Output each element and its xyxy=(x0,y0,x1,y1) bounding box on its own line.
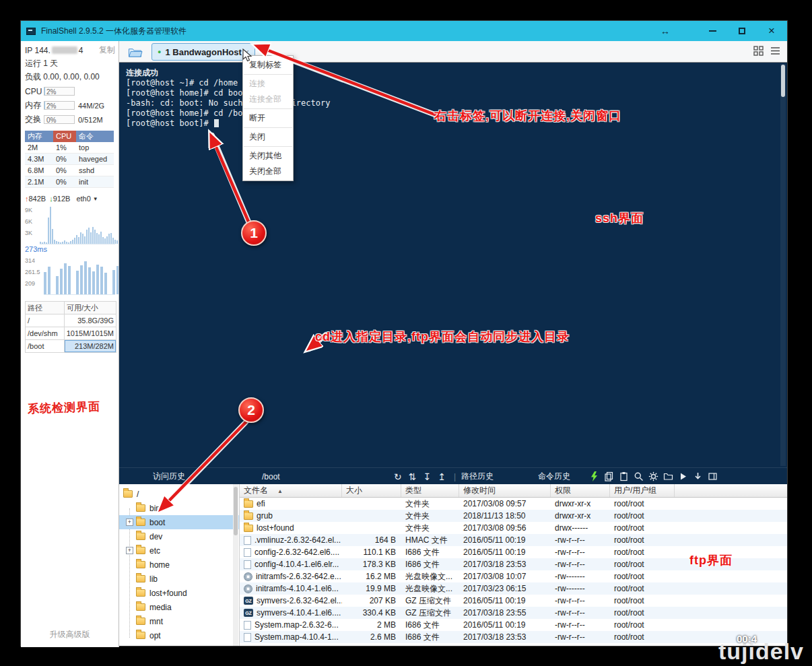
process-row[interactable]: 2.1M 0% init xyxy=(25,176,114,188)
transfer-icon[interactable]: ⇅ xyxy=(409,471,417,482)
scrollbar-thumb[interactable] xyxy=(781,65,785,97)
file-row[interactable]: config-4.10.4-1.el6.elr... 178.3 KB I686… xyxy=(240,558,787,570)
header-owner[interactable]: 用户/用户组 xyxy=(610,484,675,497)
file-size: 16.2 MB xyxy=(342,571,401,582)
file-row[interactable]: GZsymvers-2.6.32-642.el... 207 KB GZ 压缩文… xyxy=(240,595,787,607)
scrollbar-thumb[interactable] xyxy=(234,487,238,535)
file-row[interactable]: lost+found 文件夹 2017/03/08 09:56 drwx----… xyxy=(240,522,787,534)
expand-icon[interactable]: + xyxy=(126,519,133,526)
file-size: 178.3 KB xyxy=(342,559,401,570)
interface-selector[interactable]: eth0▼ xyxy=(76,195,98,203)
list-layout-icon[interactable] xyxy=(770,46,780,59)
tab-bandwagonhost[interactable]: ● 1 BandwagonHost × xyxy=(151,43,255,61)
file-perm: -rw------- xyxy=(551,583,610,595)
grid-layout-icon[interactable] xyxy=(753,46,764,59)
header-mtime[interactable]: 修改时间 xyxy=(459,484,551,497)
tree-item[interactable]: + etc xyxy=(119,543,239,558)
context-menu-item[interactable]: 关闭全部 xyxy=(243,164,293,179)
current-path-field[interactable]: /boot xyxy=(262,468,376,485)
file-row[interactable]: initramfs-4.10.4-1.el6... 19.9 MB 光盘映像文.… xyxy=(240,582,787,595)
tree-item[interactable]: / xyxy=(119,487,239,501)
connected-dot-icon: ● xyxy=(158,48,161,55)
chart-bar xyxy=(80,265,83,294)
file-row[interactable]: config-2.6.32-642.el6.... 110.1 KB I686 … xyxy=(240,546,787,558)
header-type[interactable]: 类型 xyxy=(401,484,459,497)
play-icon[interactable] xyxy=(678,471,688,481)
path-history-dropdown[interactable]: 路径历史 xyxy=(461,468,494,485)
command-history-dropdown[interactable]: 命令历史 xyxy=(538,468,570,485)
process-row[interactable]: 2M 1% top xyxy=(25,142,114,154)
disk-size: 1015M/1015M xyxy=(65,327,116,340)
access-history-dropdown[interactable]: 访问历史 xyxy=(153,468,185,485)
tree-item[interactable]: + lost+found xyxy=(119,586,239,600)
file-row[interactable]: efi 文件夹 2017/03/08 09:57 drwxr-xr-x root… xyxy=(240,498,787,510)
file-row[interactable]: System.map-4.10.4-1... 2.6 MB I686 文件 20… xyxy=(240,631,787,643)
tree-scrollbar[interactable] xyxy=(233,484,238,646)
process-header-memory[interactable]: 内存 xyxy=(25,131,53,142)
open-connection-button[interactable] xyxy=(126,44,145,59)
tree-item[interactable]: + home xyxy=(119,558,239,572)
tree-item[interactable]: + bin xyxy=(119,501,239,515)
tree-item-label: media xyxy=(149,603,172,612)
quick-command-icon[interactable] xyxy=(589,471,599,481)
file-row[interactable]: grub 文件夹 2018/11/13 18:50 drwxr-xr-x roo… xyxy=(240,510,787,522)
layout-buttons xyxy=(753,41,780,63)
ssh-terminal[interactable]: 连接成功[root@host ~]# cd /home[root@host ho… xyxy=(119,63,787,467)
tree-item[interactable]: + boot xyxy=(119,515,239,529)
context-menu-item[interactable]: 关闭 xyxy=(243,129,293,145)
minimize-button[interactable] xyxy=(702,21,722,41)
maximize-button[interactable] xyxy=(732,21,752,41)
process-row[interactable]: 6.8M 0% sshd xyxy=(25,165,114,176)
header-permission[interactable]: 权限 xyxy=(551,484,610,497)
terminal-cursor xyxy=(214,119,219,127)
file-name: config-4.10.4-1.el6.elr... xyxy=(255,559,339,570)
context-menu-item[interactable]: 连接全部 xyxy=(243,92,293,107)
file-row[interactable]: initramfs-2.6.32-642.e... 16.2 MB 光盘映像文.… xyxy=(240,570,787,582)
file-size: 207 KB xyxy=(342,595,401,607)
file-row[interactable]: System.map-2.6.32-6... 2 MB I686 文件 2016… xyxy=(240,619,787,631)
proc-cmd: top xyxy=(76,142,114,153)
tree-item[interactable]: + media xyxy=(119,600,239,614)
terminal-scrollbar[interactable] xyxy=(780,64,786,466)
panel-layout-icon[interactable] xyxy=(708,471,718,481)
tree-item[interactable]: + dev xyxy=(119,529,239,543)
process-header-cpu[interactable]: CPU xyxy=(53,131,76,142)
process-header-command[interactable]: 命令 xyxy=(76,131,114,142)
chart-bar xyxy=(84,261,87,294)
chart-bar xyxy=(70,241,71,244)
context-menu-item[interactable]: 复制标签 xyxy=(243,57,293,73)
download-arrow-icon[interactable] xyxy=(693,471,703,481)
expand-icon[interactable]: + xyxy=(126,547,133,554)
gear-icon[interactable] xyxy=(648,471,658,481)
file-mtime: 2016/05/11 00:19 xyxy=(459,595,551,607)
context-menu-item[interactable]: 断开 xyxy=(243,110,293,126)
search-icon[interactable] xyxy=(634,471,644,481)
header-size[interactable]: 大小 xyxy=(342,484,401,497)
tree-item[interactable]: + mnt xyxy=(119,614,239,628)
finalshell-window: FinalShell 2.9.5.2 一体化服务器管理软件 ↔ × IP 144… xyxy=(20,20,788,646)
paste-icon[interactable] xyxy=(619,471,629,481)
tree-item[interactable]: + opt xyxy=(119,628,239,642)
refresh-icon[interactable]: ↻ xyxy=(394,471,402,482)
file-owner: root/root xyxy=(610,547,675,558)
copy-icon[interactable] xyxy=(604,471,614,481)
resize-icon[interactable]: ↔ xyxy=(656,21,674,41)
close-button[interactable]: × xyxy=(762,21,782,41)
upload-icon[interactable]: ↥ xyxy=(438,471,446,482)
context-menu-item[interactable]: 关闭其他 xyxy=(243,148,293,164)
header-filename[interactable]: 文件名▲ xyxy=(240,484,342,497)
copy-ip-button[interactable]: 复制 xyxy=(99,44,115,56)
download-icon[interactable]: ↧ xyxy=(423,471,431,482)
file-icon xyxy=(244,525,253,532)
context-menu-item[interactable]: 连接 xyxy=(243,76,293,92)
chart-bar xyxy=(76,235,77,244)
file-row[interactable]: .vmlinuz-2.6.32-642.el... 164 B HMAC 文件 … xyxy=(240,534,787,546)
folder-icon[interactable] xyxy=(663,471,673,481)
disk-size: 35.8G/39G xyxy=(65,314,116,327)
file-row[interactable]: GZsymvers-4.10.4-1.el6.... 330.4 KB GZ 压… xyxy=(240,607,787,619)
titlebar[interactable]: FinalShell 2.9.5.2 一体化服务器管理软件 ↔ × xyxy=(21,21,787,41)
process-row[interactable]: 4.3M 0% haveged xyxy=(25,154,114,165)
upgrade-link[interactable]: 升级高级版 xyxy=(21,629,119,640)
file-name: symvers-4.10.4-1.el6.... xyxy=(257,607,341,619)
tree-item[interactable]: + lib xyxy=(119,572,239,586)
